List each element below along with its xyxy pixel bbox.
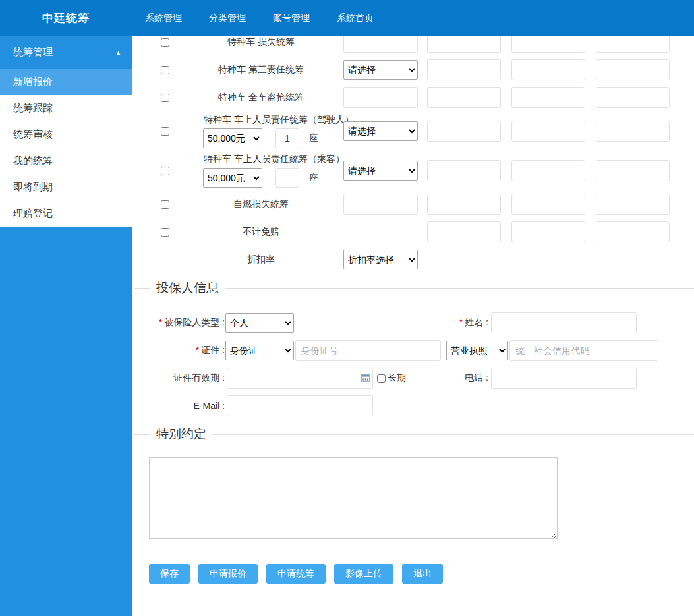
name-input[interactable] xyxy=(491,312,637,333)
passenger-amount-select[interactable]: 50,000元 xyxy=(203,168,262,188)
premium-input[interactable] xyxy=(596,121,670,142)
email-input[interactable] xyxy=(227,395,373,416)
nav-item-account[interactable]: 账号管理 xyxy=(273,13,310,24)
premium-input[interactable] xyxy=(596,87,670,108)
image-upload-button[interactable]: 影像上传 xyxy=(334,564,393,584)
phone-input[interactable] xyxy=(491,368,637,389)
applicant-row-cert: *证件 : 身份证 营业执照 xyxy=(149,340,694,361)
special-section-head: 特别约定 xyxy=(132,424,694,444)
premium-input[interactable] xyxy=(511,121,585,142)
premium-input[interactable] xyxy=(511,221,585,242)
coverage-row-driver: 特种车 车上人员责任统筹（驾驶人） 50,000元 座 请选择 xyxy=(161,115,694,148)
org-credit-code-input[interactable] xyxy=(509,340,658,361)
coverage-limit-select[interactable]: 请选择 xyxy=(343,60,418,80)
validity-date-input[interactable] xyxy=(227,368,373,389)
cert-label: *证件 : xyxy=(149,345,225,356)
save-button[interactable]: 保存 xyxy=(149,564,190,584)
coverage-row-loss: 特种车 损失统筹 xyxy=(161,36,694,53)
request-overall-button[interactable]: 申请统筹 xyxy=(266,564,326,584)
chevron-up-icon: ▲ xyxy=(115,49,121,56)
premium-input[interactable] xyxy=(596,221,670,242)
coverage-checkbox-theft[interactable] xyxy=(161,94,169,102)
sidebar: 统筹管理 ▲ 新增报价 统筹跟踪 统筹审核 我的统筹 即将到期 理赔登记 xyxy=(0,36,132,616)
sidebar-item-new-quote[interactable]: 新增报价 xyxy=(0,69,132,95)
insured-type-select[interactable]: 个人 xyxy=(225,313,294,333)
sidebar-menu: 统筹跟踪 统筹审核 我的统筹 即将到期 理赔登记 xyxy=(0,95,132,227)
longterm-label: 长期 xyxy=(388,372,406,384)
premium-input[interactable] xyxy=(511,59,585,80)
request-quote-button[interactable]: 申请报价 xyxy=(198,564,258,584)
premium-input[interactable] xyxy=(511,194,585,215)
coverage-amount-input[interactable] xyxy=(343,36,418,53)
coverage-form: 特种车 损失统筹 特种车 第三责任统筹 请选择 特种车 全车盗抢统筹 xyxy=(132,36,694,270)
premium-input[interactable] xyxy=(596,194,670,215)
premium-input[interactable] xyxy=(427,160,501,181)
phone-label: 电话 : xyxy=(406,372,488,384)
premium-input[interactable] xyxy=(427,59,501,80)
premium-input[interactable] xyxy=(511,87,585,108)
premium-input[interactable] xyxy=(511,36,585,53)
coverage-label: 特种车 第三责任统筹 xyxy=(179,64,343,76)
coverage-label: 自燃损失统筹 xyxy=(179,198,343,210)
seat-unit-label: 座 xyxy=(309,132,318,144)
coverage-checkbox-combustion[interactable] xyxy=(161,200,169,209)
cert-number-input[interactable] xyxy=(295,340,441,361)
coverage-limit-select[interactable]: 请选择 xyxy=(343,161,418,181)
coverage-person-cell: 特种车 车上人员责任统筹（乘客） 50,000元 座 xyxy=(179,154,343,188)
sidebar-item-tracking[interactable]: 统筹跟踪 xyxy=(0,95,132,121)
coverage-amount-input[interactable] xyxy=(343,194,418,215)
email-label: E-Mail : xyxy=(149,401,225,411)
premium-input[interactable] xyxy=(596,36,670,53)
cert-type-select[interactable]: 身份证 xyxy=(225,341,294,360)
applicant-section-title: 投保人信息 xyxy=(150,279,225,296)
coverage-amount-input[interactable] xyxy=(343,87,418,108)
exit-button[interactable]: 退出 xyxy=(402,564,443,584)
driver-seat-count-input[interactable] xyxy=(275,128,299,148)
validity-label: 证件有效期 : xyxy=(149,372,225,384)
premium-input[interactable] xyxy=(596,59,670,80)
app-logo: 中廷统筹 xyxy=(0,11,132,26)
coverage-row-discount: 折扣率 折扣率选择 xyxy=(161,249,694,270)
nav-item-system[interactable]: 系统管理 xyxy=(145,13,182,24)
calendar-icon[interactable] xyxy=(361,374,370,382)
sidebar-item-expiring[interactable]: 即将到期 xyxy=(0,174,132,200)
applicant-form: *被保险人类型 : 个人 *姓名 : *证件 : 身份证 营业执照 证件有效期 … xyxy=(132,312,694,416)
premium-input[interactable] xyxy=(427,194,501,215)
coverage-checkbox-third-party[interactable] xyxy=(161,66,169,74)
sidebar-item-claims[interactable]: 理赔登记 xyxy=(0,200,132,227)
name-label: *姓名 : xyxy=(294,317,488,329)
applicant-row-email: E-Mail : xyxy=(149,395,694,416)
premium-input[interactable] xyxy=(427,221,501,242)
coverage-checkbox-loss[interactable] xyxy=(161,38,169,47)
driver-amount-select[interactable]: 50,000元 xyxy=(203,128,262,148)
applicant-section-head: 投保人信息 xyxy=(132,278,694,298)
passenger-seat-count-input[interactable] xyxy=(275,168,299,188)
validity-date-field xyxy=(227,368,373,389)
coverage-label: 特种车 全车盗抢统筹 xyxy=(179,92,343,103)
discount-rate-select[interactable]: 折扣率选择 xyxy=(343,250,418,269)
section-divider xyxy=(134,434,694,435)
org-cert-type-select[interactable]: 营业执照 xyxy=(446,341,508,360)
sidebar-section-overall-management[interactable]: 统筹管理 ▲ xyxy=(0,36,132,69)
coverage-row-theft: 特种车 全车盗抢统筹 xyxy=(161,87,694,108)
app-header: 中廷统筹 系统管理 分类管理 账号管理 系统首页 xyxy=(0,0,694,36)
top-nav: 系统管理 分类管理 账号管理 系统首页 xyxy=(145,13,374,24)
special-agreement-textarea[interactable] xyxy=(149,457,558,539)
sidebar-item-review[interactable]: 统筹审核 xyxy=(0,121,132,148)
longterm-field: 长期 xyxy=(377,372,406,384)
coverage-checkbox-passenger[interactable] xyxy=(161,167,169,175)
premium-input[interactable] xyxy=(596,160,670,181)
premium-input[interactable] xyxy=(427,36,501,53)
premium-input[interactable] xyxy=(511,160,585,181)
premium-input[interactable] xyxy=(427,121,501,142)
special-section-title: 特别约定 xyxy=(150,426,212,443)
coverage-person-cell: 特种车 车上人员责任统筹（驾驶人） 50,000元 座 xyxy=(179,114,343,148)
premium-input[interactable] xyxy=(427,87,501,108)
sidebar-item-mine[interactable]: 我的统筹 xyxy=(0,148,132,174)
longterm-checkbox[interactable] xyxy=(377,374,386,383)
nav-item-home[interactable]: 系统首页 xyxy=(337,13,374,24)
nav-item-category[interactable]: 分类管理 xyxy=(209,13,246,24)
coverage-limit-select[interactable]: 请选择 xyxy=(343,121,418,141)
coverage-checkbox-driver[interactable] xyxy=(161,127,169,136)
coverage-checkbox-no-deductible[interactable] xyxy=(161,228,169,237)
